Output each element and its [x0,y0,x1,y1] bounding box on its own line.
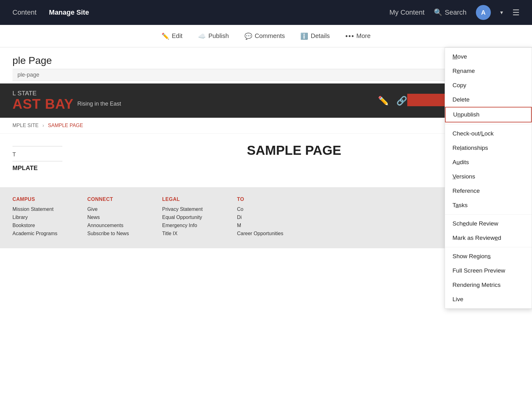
page-url: ple-page [12,69,520,81]
hamburger-icon[interactable]: ☰ [512,8,520,17]
footer-legal-title: LEGAL [162,197,212,202]
footer-col-to: TO Co Di M Career Opportunities [237,197,287,239]
dropdown-menu: Move Rename Copy Delete Unpublish Check-… [445,47,532,309]
comments-button[interactable]: 💬 Comments [244,32,285,40]
checkout-button[interactable]: Check-out/Lock [445,126,532,141]
footer-link-co[interactable]: Co [237,207,287,212]
comments-label: Comments [255,32,285,40]
nav-content[interactable]: Content [12,8,36,17]
audits-button[interactable]: Audits [445,155,532,169]
bay-text: AST BAY [12,97,74,112]
chevron-down-icon[interactable]: ▾ [500,9,503,16]
edit-button[interactable]: ✏️ Edit [162,32,182,40]
search-label: Search [445,8,467,17]
my-content-link[interactable]: My Content [389,8,425,17]
unpublish-button[interactable]: Unpublish [445,107,532,122]
details-label: Details [311,32,330,40]
edit-label: Edit [172,32,182,40]
breadcrumb-separator: › [42,123,44,128]
more-button[interactable]: ••• More [346,32,371,40]
delete-button[interactable]: Delete [445,93,532,107]
page-title: ple Page [12,55,520,66]
copy-button[interactable]: Copy [445,78,532,93]
search-icon: 🔍 [434,8,442,17]
footer-link-academic[interactable]: Academic Programs [12,231,62,236]
publish-label: Publish [208,32,229,40]
footer-link-di[interactable]: Di [237,215,287,220]
footer-link-library[interactable]: Library [12,215,62,220]
details-icon: ℹ️ [300,32,308,40]
footer-link-announcements[interactable]: Announcements [87,223,137,228]
banner-bay-row: AST BAY Rising in the East [12,97,121,112]
footer-link-privacy[interactable]: Privacy Statement [162,207,212,212]
template-label: MPLATE [12,164,62,172]
versions-button[interactable]: Versions [445,169,532,184]
more-dots-icon: ••• [346,32,355,40]
dropdown-section-1: Move Rename Copy Delete Unpublish [445,48,532,125]
footer-link-careers[interactable]: Career Opportunities [237,231,287,236]
reference-button[interactable]: Reference [445,184,532,198]
footer-col-connect: CONNECT Give News Announcements Subscrib… [87,197,137,239]
footer-link-news[interactable]: News [87,215,137,220]
comments-icon: 💬 [244,32,252,40]
footer-link-subscribe[interactable]: Subscribe to News [87,231,137,236]
nav-manage-site[interactable]: Manage Site [49,8,89,17]
footer-connect-title: CONNECT [87,197,137,202]
footer-campus-title: CAMPUS [12,197,62,202]
footer-link-emergency[interactable]: Emergency Info [162,223,212,228]
search-button[interactable]: 🔍 Search [434,8,467,17]
footer-link-equal-opp[interactable]: Equal Opportunity [162,215,212,220]
edit-icon: ✏️ [162,32,169,40]
footer-col-legal: LEGAL Privacy Statement Equal Opportunit… [162,197,212,239]
show-regions-button[interactable]: Show Regions [445,249,532,264]
dropdown-section-2: Check-out/Lock Relationships Audits Vers… [445,125,532,215]
state-text: L STATE [12,90,36,97]
sidebar-label: T [12,151,62,158]
breadcrumb-site[interactable]: MPLE SITE [12,123,39,128]
dropdown-section-4: Show Regions Full Screen Preview Renderi… [445,247,532,308]
details-button[interactable]: ℹ️ Details [300,32,330,40]
footer-link-give[interactable]: Give [87,207,137,212]
relationships-button[interactable]: Relationships [445,141,532,155]
toolbar: ✏️ Edit ☁️ Publish 💬 Comments ℹ️ Details… [0,25,532,47]
banner-edit-icons: ✏️ 🔗 [378,96,407,106]
tasks-button[interactable]: Tasks [445,198,532,212]
rename-button[interactable]: Rename [445,64,532,78]
publish-icon: ☁️ [198,32,206,40]
footer-link-bookstore[interactable]: Bookstore [12,223,62,228]
banner-link-icon[interactable]: 🔗 [396,96,407,106]
full-screen-preview-button[interactable]: Full Screen Preview [445,264,532,278]
footer-link-mission[interactable]: Mission Statement [12,207,62,212]
rising-text: Rising in the East [77,101,121,107]
footer-to-title: TO [237,197,287,202]
nav-right: My Content 🔍 Search A ▾ ☰ [389,5,520,20]
footer-link-m[interactable]: M [237,223,287,228]
banner-logo: L STATE AST BAY Rising in the East [12,90,121,112]
mark-reviewed-button[interactable]: Mark as Reviewed [445,231,532,245]
avatar-letter: A [481,9,486,16]
avatar[interactable]: A [476,5,491,20]
banner-logo-row: L STATE [12,90,121,97]
sidebar-divider-2 [12,161,62,161]
banner-edit-icon[interactable]: ✏️ [378,96,389,106]
move-button[interactable]: Move [445,50,532,64]
sidebar-divider-1 [12,146,62,146]
rendering-metrics-button[interactable]: Rendering Metrics [445,278,532,292]
footer-link-title-ix[interactable]: Title IX [162,231,212,236]
more-label: More [356,32,371,40]
dropdown-section-3: Schedule Review Mark as Reviewed [445,215,532,247]
sidebar: T MPLATE [12,143,62,172]
live-button[interactable]: Live [445,292,532,306]
breadcrumb-current-page: SAMPLE PAGE [48,123,83,128]
nav-left: Content Manage Site [12,8,89,17]
top-navigation: Content Manage Site My Content 🔍 Search … [0,0,532,25]
footer-col-campus: CAMPUS Mission Statement Library Booksto… [12,197,62,239]
footer-columns: CAMPUS Mission Statement Library Booksto… [12,197,520,239]
publish-button[interactable]: ☁️ Publish [198,32,229,40]
schedule-review-button[interactable]: Schedule Review [445,216,532,231]
